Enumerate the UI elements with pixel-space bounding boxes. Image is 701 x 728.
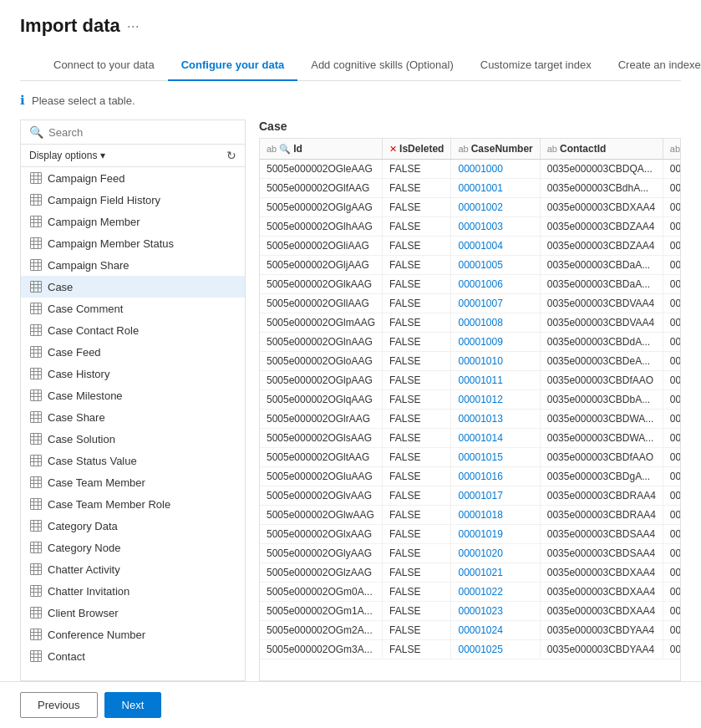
list-item[interactable]: Case Team Member Role xyxy=(21,493,245,515)
list-item[interactable]: Case Comment xyxy=(21,298,245,319)
table-cell: 00001004 xyxy=(451,237,540,256)
list-item[interactable]: Campaign Share xyxy=(21,254,245,276)
table-row[interactable]: 5005e000002OGliAAGFALSE000010040035e0000… xyxy=(260,237,681,256)
tab-configure[interactable]: Configure your data xyxy=(168,50,298,81)
table-cell: 00001015 xyxy=(451,448,540,467)
tab-cognitive[interactable]: Add cognitive skills (Optional) xyxy=(297,50,467,81)
table-cell: 5005e000002OGlvAAG xyxy=(260,486,383,506)
table-cell: 00001020 xyxy=(451,544,540,563)
list-item[interactable]: Case History xyxy=(21,363,245,384)
list-item[interactable]: Case Solution xyxy=(21,428,245,450)
list-item-label: Category Node xyxy=(48,542,120,554)
table-cell: 5005e000002OGlpAAG xyxy=(260,371,383,390)
table-row[interactable]: 5005e000002OGluAAGFALSE000010160035e0000… xyxy=(260,467,681,486)
list-item-label: Client Browser xyxy=(48,607,119,619)
table-row[interactable]: 5005e000002OGlyAAGFALSE000010200035e0000… xyxy=(260,544,681,563)
previous-button[interactable]: Previous xyxy=(20,692,98,718)
list-item[interactable]: Chatter Invitation xyxy=(21,580,245,602)
list-item[interactable]: Client Browser xyxy=(21,602,245,624)
table-row[interactable]: 5005e000002OGm3A...FALSE000010250035e000… xyxy=(260,640,681,659)
table-row[interactable]: 5005e000002OGlzAAGFALSE000010210035e0000… xyxy=(260,563,681,583)
display-options-row: Display options ▾ ↻ xyxy=(21,145,245,167)
page-title: Import data xyxy=(20,15,120,37)
table-row[interactable]: 5005e000002OGloAAGFALSE000010100035e0000… xyxy=(260,352,681,371)
table-row[interactable]: 5005e000002OGlhAAGFALSE000010030035e0000… xyxy=(260,217,681,237)
table-grid-icon xyxy=(29,302,43,315)
table-cell: 0015e000004uFMMA... xyxy=(663,486,681,506)
table-cell: 00001017 xyxy=(451,486,540,506)
list-item[interactable]: Case Feed xyxy=(21,341,245,363)
table-row[interactable]: 5005e000002OGlqAAGFALSE000010120035e0000… xyxy=(260,390,681,410)
table-cell: 00001021 xyxy=(451,563,540,583)
svg-rect-110 xyxy=(31,651,42,662)
table-cell: 5005e000002OGlwAAG xyxy=(260,506,383,525)
more-options-icon[interactable]: ··· xyxy=(127,18,140,35)
table-row[interactable]: 5005e000002OGlgAAGFALSE000010020035e0000… xyxy=(260,198,681,217)
table-cell: 5005e000002OGloAAG xyxy=(260,352,383,371)
table-grid-icon xyxy=(29,171,43,185)
table-cell: FALSE xyxy=(383,275,451,294)
data-grid[interactable]: ab🔍Id✕IsDeletedabCaseNumberabContactIdab… xyxy=(259,138,681,681)
table-cell: 0015e000004uFMSAA2 xyxy=(663,256,681,275)
table-grid-icon xyxy=(29,541,43,554)
display-options-button[interactable]: Display options ▾ xyxy=(29,150,105,161)
table-cell: FALSE xyxy=(383,313,451,333)
table-row[interactable]: 5005e000002OGlpAAGFALSE000010110035e0000… xyxy=(260,371,681,390)
table-cell: 0015e000004uFMTAA2 xyxy=(663,390,681,410)
table-grid-icon xyxy=(29,410,43,424)
table-cell: 00001022 xyxy=(451,583,540,602)
svg-rect-95 xyxy=(31,586,42,597)
list-item[interactable]: Case Share xyxy=(21,406,245,428)
column-label: IsDeleted xyxy=(399,143,444,155)
table-cell: 00001011 xyxy=(451,371,540,390)
table-grid-icon xyxy=(29,432,43,445)
table-cell: 5005e000002OGljAAG xyxy=(260,256,383,275)
table-grid-icon xyxy=(29,323,43,337)
table-row[interactable]: 5005e000002OGltAAGFALSE000010150035e0000… xyxy=(260,448,681,467)
search-input[interactable] xyxy=(48,126,236,139)
list-item[interactable]: Campaign Field History xyxy=(21,189,245,211)
list-item-label: Chatter Activity xyxy=(48,563,120,576)
list-item-label: Case Team Member xyxy=(48,476,145,489)
list-item[interactable]: Category Data xyxy=(21,515,245,537)
list-item[interactable]: Case Team Member xyxy=(21,471,245,493)
table-row[interactable]: 5005e000002OGm1A...FALSE000010230035e000… xyxy=(260,602,681,621)
list-item[interactable]: Campaign Feed xyxy=(21,167,245,189)
list-item[interactable]: Case xyxy=(21,276,245,298)
list-item[interactable]: Conference Number xyxy=(21,624,245,645)
table-row[interactable]: 5005e000002OGlvAAGFALSE000010170035e0000… xyxy=(260,486,681,506)
tab-connect[interactable]: Connect to your data xyxy=(40,50,168,81)
display-options-label: Display options xyxy=(29,150,97,161)
table-row[interactable]: 5005e000002OGllAAGFALSE000010070035e0000… xyxy=(260,294,681,313)
table-cell: 5005e000002OGlmAAG xyxy=(260,313,383,333)
table-row[interactable]: 5005e000002OGleAAGFALSE000010000035e0000… xyxy=(260,160,681,179)
list-item[interactable]: Case Contact Role xyxy=(21,319,245,341)
tab-customize[interactable]: Customize target index xyxy=(467,50,605,81)
table-row[interactable]: 5005e000002OGlfAAGFALSE000010010035e0000… xyxy=(260,179,681,198)
table-row[interactable]: 5005e000002OGlrAAGFALSE000010130035e0000… xyxy=(260,410,681,429)
table-cell: 5005e000002OGm1A... xyxy=(260,602,383,621)
table-row[interactable]: 5005e000002OGlkAAGFALSE000010060035e0000… xyxy=(260,275,681,294)
list-item[interactable]: Campaign Member xyxy=(21,211,245,232)
list-item[interactable]: Contact xyxy=(21,645,245,667)
table-row[interactable]: 5005e000002OGljAAGFALSE000010050035e0000… xyxy=(260,256,681,275)
tab-indexer[interactable]: Create an indexer xyxy=(605,50,701,81)
list-item[interactable]: Category Node xyxy=(21,537,245,558)
table-row[interactable]: 5005e000002OGlmAAGFALSE000010080035e0000… xyxy=(260,313,681,333)
table-cell: 0035e000003CBDXAA4 xyxy=(540,583,663,602)
list-item[interactable]: Chatter Activity xyxy=(21,558,245,580)
refresh-icon[interactable]: ↻ xyxy=(226,149,236,162)
table-row[interactable]: 5005e000002OGlwAAGFALSE000010180035e0000… xyxy=(260,506,681,525)
table-row[interactable]: 5005e000002OGlnAAGFALSE000010090035e0000… xyxy=(260,333,681,352)
table-row[interactable]: 5005e000002OGlsAAGFALSE000010140035e0000… xyxy=(260,429,681,448)
list-item[interactable]: Campaign Member Status xyxy=(21,232,245,254)
list-item[interactable]: Case Status Value xyxy=(21,450,245,471)
list-item-label: Chatter Invitation xyxy=(48,585,130,598)
svg-rect-55 xyxy=(31,412,42,423)
table-row[interactable]: 5005e000002OGlxAAGFALSE000010190035e0000… xyxy=(260,525,681,544)
list-item[interactable]: Case Milestone xyxy=(21,384,245,406)
next-button[interactable]: Next xyxy=(104,692,162,718)
list-item-label: Conference Number xyxy=(48,629,145,641)
table-row[interactable]: 5005e000002OGm0A...FALSE000010220035e000… xyxy=(260,583,681,602)
table-row[interactable]: 5005e000002OGm2A...FALSE000010240035e000… xyxy=(260,621,681,640)
